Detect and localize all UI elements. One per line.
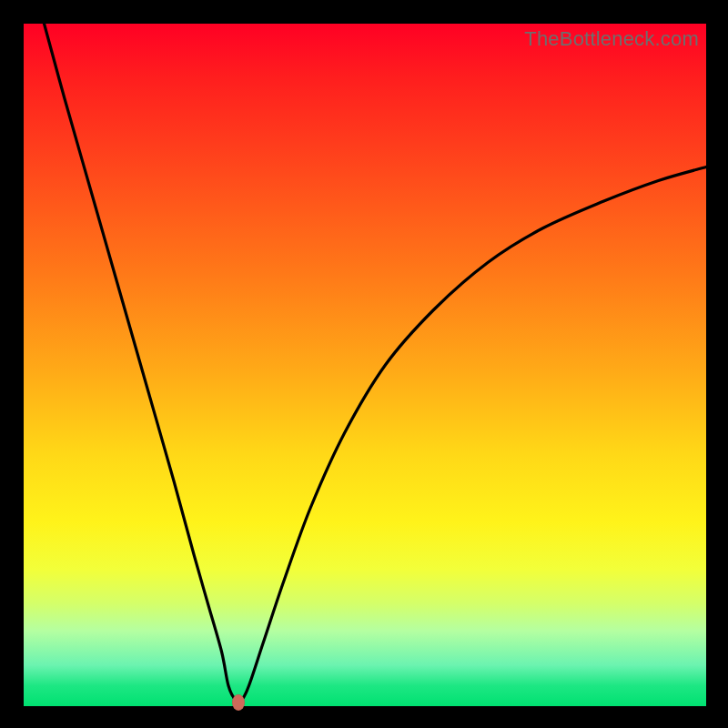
curve-path (45, 24, 707, 701)
plot-area: TheBottleneck.com (24, 24, 706, 706)
minimum-marker-icon (232, 694, 245, 711)
chart-frame: TheBottleneck.com (0, 0, 728, 728)
bottleneck-curve (24, 24, 706, 706)
